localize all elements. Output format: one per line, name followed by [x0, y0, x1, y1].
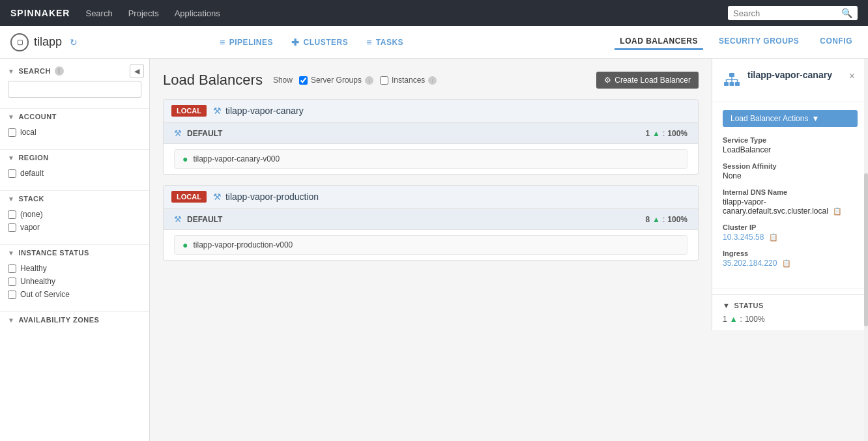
- rp-session-affinity-label: Session Affinity: [723, 162, 858, 170]
- filter-section-instance-status: ▼ INSTANCE STATUS Healthy Unhealthy Out …: [0, 249, 149, 307]
- tab-clusters[interactable]: ✚ CLUSTERS: [283, 35, 356, 50]
- server-groups-checkbox[interactable]: [299, 76, 308, 85]
- filter-account-local: local: [8, 126, 141, 139]
- az-chevron: ▼: [8, 317, 14, 324]
- region-default-label[interactable]: default: [20, 169, 44, 178]
- instance-status-header[interactable]: ▼ INSTANCE STATUS: [8, 249, 141, 257]
- nav-security-groups[interactable]: SECURITY GROUPS: [714, 34, 804, 50]
- az-section-header[interactable]: ▼ AVAILABILITY ZONES: [8, 316, 141, 324]
- rp-ingress-label: Ingress: [723, 249, 858, 257]
- up-arrow-production: ▲: [652, 215, 660, 224]
- app-header: ▢ tilapp ↻ ≡ PIPELINES ✚ CLUSTERS ≡ TASK…: [0, 26, 868, 59]
- global-search-input[interactable]: [733, 8, 837, 18]
- filter-section-region: ▼ REGION default: [0, 154, 149, 186]
- rp-cluster-ip-label: Cluster IP: [723, 223, 858, 231]
- region-default-checkbox[interactable]: [8, 169, 16, 178]
- lb-badge-canary: LOCAL: [171, 105, 207, 117]
- instance-healthy-checkbox[interactable]: [8, 264, 16, 273]
- scrollbar-thumb[interactable]: [864, 173, 868, 326]
- ingress-copy-icon[interactable]: 📋: [782, 259, 791, 268]
- nav-config[interactable]: CONFIG: [815, 34, 858, 50]
- instance-unhealthy-label[interactable]: Unhealthy: [20, 277, 55, 286]
- rp-lb-icon: [723, 72, 741, 94]
- stack-none-checkbox[interactable]: [8, 210, 16, 219]
- rp-status-value: 1 ▲ : 100%: [723, 315, 858, 324]
- nav-applications[interactable]: Applications: [175, 8, 220, 18]
- instances-toggle: Instances i: [380, 76, 437, 85]
- create-load-balancer-button[interactable]: ⚙ Create Load Balancer: [596, 72, 699, 89]
- right-panel-wrapper: tilapp-vapor-canary × Load Balancer Acti…: [712, 59, 868, 441]
- region-chevron: ▼: [8, 154, 14, 162]
- stack-chevron: ▼: [8, 195, 14, 203]
- instance-oos-checkbox[interactable]: [8, 291, 16, 299]
- cluster-ip-copy-icon[interactable]: 📋: [769, 233, 778, 242]
- dns-copy-icon[interactable]: 📋: [833, 207, 842, 216]
- lb-card-production: LOCAL ⚒ tilapp-vapor-production ⚒ DEFAUL…: [163, 185, 699, 261]
- tab-tasks[interactable]: ≡ TASKS: [358, 35, 411, 50]
- instances-label[interactable]: Instances: [392, 76, 425, 85]
- instances-info-icon: i: [428, 76, 437, 85]
- rp-cluster-ip-value[interactable]: 10.3.245.58 📋: [723, 233, 858, 242]
- filter-region-default: default: [8, 167, 141, 180]
- search-section-header[interactable]: ▼ SEARCH i: [8, 66, 141, 76]
- filter-stack-vapor: vapor: [8, 221, 141, 234]
- lb-card-title-canary[interactable]: ⚒ tilapp-vapor-canary: [213, 106, 304, 116]
- lb-card-canary: LOCAL ⚒ tilapp-vapor-canary ⚒ DEFAULT 1 …: [163, 99, 699, 175]
- stack-vapor-checkbox[interactable]: [8, 223, 16, 232]
- account-chevron: ▼: [8, 113, 14, 121]
- rp-status-header[interactable]: ▼ STATUS: [723, 302, 858, 309]
- rp-ingress-value[interactable]: 35.202.184.220 📋: [723, 259, 858, 268]
- account-local-label[interactable]: local: [20, 128, 36, 137]
- filter-section-account: ▼ ACCOUNT local: [0, 113, 149, 145]
- search-info-icon: i: [55, 66, 64, 76]
- filter-section-search: ▼ SEARCH i: [0, 66, 149, 104]
- nav-load-balancers[interactable]: LOAD BALANCERS: [615, 34, 703, 50]
- tab-pipelines[interactable]: ≡ PIPELINES: [212, 35, 281, 50]
- instance-status-chevron: ▼: [8, 249, 14, 257]
- nav-search[interactable]: Search: [85, 8, 112, 18]
- rp-status-section: ▼ STATUS 1 ▲ : 100%: [712, 294, 868, 330]
- rp-field-service-type: Service Type LoadBalancer: [723, 136, 858, 154]
- instance-item-production-v000[interactable]: ● tilapp-vapor-production-v000: [174, 235, 687, 255]
- instance-item-canary-v000[interactable]: ● tilapp-vapor-canary-v000: [174, 149, 687, 169]
- sg-stats-production: 8 ▲ : 100%: [645, 215, 687, 224]
- search-input[interactable]: [8, 81, 141, 98]
- sg-stats-canary: 1 ▲ : 100%: [645, 129, 687, 138]
- lb-card-title-production[interactable]: ⚒ tilapp-vapor-production: [213, 192, 319, 202]
- app-nav-tabs: ≡ PIPELINES ✚ CLUSTERS ≡ TASKS: [212, 35, 615, 50]
- instance-unhealthy-checkbox[interactable]: [8, 277, 16, 286]
- instance-oos-label[interactable]: Out of Service: [20, 290, 70, 299]
- right-panel-header: tilapp-vapor-canary ×: [712, 59, 868, 102]
- instance-healthy-label[interactable]: Healthy: [20, 264, 47, 273]
- lb-title-icon-production: ⚒: [213, 192, 222, 202]
- lb-actions-button[interactable]: Load Balancer Actions ▼: [723, 110, 858, 127]
- stack-none-label[interactable]: (none): [20, 210, 43, 219]
- search-icon: 🔍: [841, 8, 852, 18]
- rp-service-type-value: LoadBalancer: [723, 145, 858, 154]
- instances-checkbox[interactable]: [380, 76, 388, 85]
- account-local-checkbox[interactable]: [8, 128, 16, 137]
- instance-health-icon-canary: ●: [182, 154, 188, 164]
- global-search-box: 🔍: [728, 6, 858, 20]
- sidebar-collapse-button[interactable]: ◀: [130, 64, 144, 78]
- server-groups-info-icon: i: [365, 76, 373, 85]
- sg-name-production: DEFAULT: [187, 215, 640, 224]
- refresh-icon[interactable]: ↻: [70, 37, 78, 48]
- pipelines-icon: ≡: [220, 37, 225, 48]
- instance-health-icon-production: ●: [182, 240, 188, 250]
- stack-vapor-label[interactable]: vapor: [20, 223, 40, 232]
- nav-projects[interactable]: Projects: [128, 8, 159, 18]
- search-chevron: ▼: [8, 68, 14, 75]
- region-section-header[interactable]: ▼ REGION: [8, 154, 141, 162]
- right-panel-close-button[interactable]: ×: [846, 69, 858, 83]
- lb-sg-header-production-default[interactable]: ⚒ DEFAULT 8 ▲ : 100%: [164, 209, 698, 230]
- sg-icon-production: ⚒: [174, 214, 182, 224]
- colon-canary: :: [663, 129, 665, 138]
- server-groups-label[interactable]: Server Groups: [311, 76, 362, 85]
- account-section-header[interactable]: ▼ ACCOUNT: [8, 113, 141, 121]
- rp-service-type-label: Service Type: [723, 136, 858, 144]
- app-name: tilapp: [34, 35, 62, 49]
- lb-sg-header-canary-default[interactable]: ⚒ DEFAULT 1 ▲ : 100%: [164, 123, 698, 144]
- page-header: Load Balancers Show Server Groups i Inst…: [163, 72, 699, 89]
- stack-section-header[interactable]: ▼ STACK: [8, 195, 141, 203]
